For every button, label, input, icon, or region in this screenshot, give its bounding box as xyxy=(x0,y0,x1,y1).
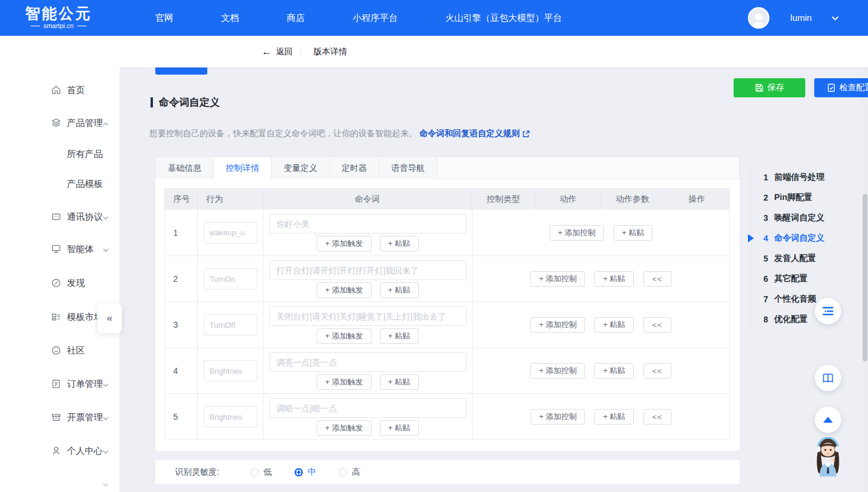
collapse-row-button[interactable]: << xyxy=(643,317,671,333)
sidebar-item-product-templates[interactable]: 产品模板 xyxy=(0,176,119,192)
active-anchor-arrow-icon xyxy=(748,234,754,242)
assistant-avatar[interactable] xyxy=(811,437,845,476)
chevron-down-icon xyxy=(103,244,109,254)
paste-trigger-button[interactable]: + 粘贴 xyxy=(380,374,419,390)
add-control-button[interactable]: + 添加控制 xyxy=(530,271,585,287)
behavior-input[interactable] xyxy=(204,406,257,428)
sidebar-item-discover[interactable]: 发现 xyxy=(0,275,119,291)
open-book-icon xyxy=(822,373,834,383)
nav-link-volcano-engine[interactable]: 火山引擎（豆包大模型）平台 xyxy=(446,0,562,36)
section-heading: 命令词自定义 xyxy=(151,96,220,109)
radio-sensitivity-high[interactable]: 高 xyxy=(339,467,360,478)
sidebar-item-more[interactable] xyxy=(0,476,119,491)
nav-link-store[interactable]: 商店 xyxy=(287,0,305,36)
partial-scrolled-button[interactable] xyxy=(155,67,207,75)
username-label[interactable]: lumin xyxy=(790,0,812,36)
add-trigger-button[interactable]: + 添加触发 xyxy=(317,374,371,390)
sidebar-collapse-button[interactable]: « xyxy=(97,303,122,333)
check-config-button[interactable]: 检查配置 xyxy=(814,78,868,97)
add-control-button[interactable]: + 添加控制 xyxy=(530,409,585,425)
command-words-input[interactable] xyxy=(269,398,467,418)
radio-sensitivity-medium[interactable]: 中 xyxy=(295,467,316,478)
sidebar-item-community[interactable]: 社区 xyxy=(0,343,119,358)
paste-trigger-button[interactable]: + 粘贴 xyxy=(380,420,419,436)
radio-icon[interactable] xyxy=(250,468,259,476)
arrow-up-icon xyxy=(823,417,833,423)
person-icon xyxy=(750,11,767,29)
paste-trigger-button[interactable]: + 粘贴 xyxy=(380,282,419,298)
nav-link-official-site[interactable]: 官网 xyxy=(155,0,173,36)
back-to-top-button[interactable] xyxy=(815,407,841,433)
behavior-input[interactable] xyxy=(204,314,257,336)
anchor-item-pin-config[interactable]: 2 Pin脚配置 xyxy=(752,187,841,208)
command-words-input[interactable] xyxy=(269,214,467,233)
command-words-input[interactable] xyxy=(269,352,467,372)
command-words-input[interactable] xyxy=(269,306,467,326)
save-button[interactable]: 保存 xyxy=(734,78,805,97)
behavior-input[interactable] xyxy=(204,222,257,244)
radio-checked-icon[interactable] xyxy=(295,468,303,476)
anchor-item-other-config[interactable]: 6 其它配置 xyxy=(752,269,841,289)
add-trigger-button[interactable]: + 添加触发 xyxy=(317,420,371,436)
col-action-params: 动作参数 xyxy=(601,189,664,210)
page-scrollbar-thumb[interactable] xyxy=(863,194,867,361)
tab-voice-navigation[interactable]: 语音导航 xyxy=(379,157,437,179)
col-operation: 操作 xyxy=(664,189,729,210)
page-header: ← 返回 版本详情 保存 检查配置 发布版本 xyxy=(119,36,868,67)
anchor-item-wake-word[interactable]: 3 唤醒词自定义 xyxy=(752,208,841,228)
tab-control-detail[interactable]: 控制详情 xyxy=(214,157,272,179)
collapse-row-button[interactable]: << xyxy=(643,363,671,379)
sidebar-item-personal-center[interactable]: 个人中心 xyxy=(0,443,119,459)
user-menu-chevron-down-icon[interactable] xyxy=(832,16,839,20)
sidebar-item-order-management[interactable]: 订单管理 xyxy=(0,376,119,392)
add-trigger-button[interactable]: + 添加触发 xyxy=(317,236,371,251)
anchor-item-frontend-signal[interactable]: 1 前端信号处理 xyxy=(752,167,841,187)
radio-sensitivity-low[interactable]: 低 xyxy=(250,467,272,478)
layers-icon xyxy=(50,117,62,129)
anchor-item-voice-config[interactable]: 5 发音人配置 xyxy=(752,248,841,269)
paste-control-button[interactable]: + 粘贴 xyxy=(594,317,633,333)
behavior-input[interactable] xyxy=(204,360,257,382)
monitor-icon xyxy=(50,243,62,255)
radio-icon[interactable] xyxy=(339,468,347,476)
back-button[interactable]: ← 返回 xyxy=(262,36,293,67)
tab-timer[interactable]: 定时器 xyxy=(330,157,379,179)
tab-basic-info[interactable]: 基础信息 xyxy=(156,157,214,179)
paste-control-button[interactable]: + 粘贴 xyxy=(614,225,652,241)
table-row: 2 + 添加触发 + 粘贴 + 添加控制 + 粘贴 << xyxy=(165,256,729,302)
sidebar-item-all-products[interactable]: 所有产品 xyxy=(0,146,119,162)
paste-control-button[interactable]: + 粘贴 xyxy=(594,271,633,287)
save-icon xyxy=(755,84,763,92)
custom-rules-link[interactable]: 命令词和回复语自定义规则 xyxy=(419,128,530,139)
sidebar-item-communication-protocol[interactable]: 通讯协议 xyxy=(0,209,119,225)
brand-logo[interactable]: 智能公元 smartpi.cn xyxy=(25,5,92,29)
add-control-button[interactable]: + 添加控制 xyxy=(530,363,585,379)
paste-control-button[interactable]: + 粘贴 xyxy=(594,363,633,379)
behavior-input[interactable] xyxy=(204,268,257,290)
sidebar-item-home[interactable]: 首页 xyxy=(0,82,119,98)
collapse-row-button[interactable]: << xyxy=(643,409,671,425)
add-control-button[interactable]: + 添加控制 xyxy=(550,225,604,241)
user-avatar[interactable] xyxy=(748,7,769,29)
paste-trigger-button[interactable]: + 粘贴 xyxy=(380,236,419,251)
header-divider xyxy=(300,47,301,57)
table-row: 1 + 添加触发 + 粘贴 + 添加控制 + 粘贴 xyxy=(165,210,729,256)
docs-book-button[interactable] xyxy=(815,365,841,391)
sidebar-item-agent[interactable]: 智能体 xyxy=(0,241,119,257)
sidebar-item-invoice-management[interactable]: 开票管理 xyxy=(0,410,119,425)
anchor-item-command-words[interactable]: 4 命令词自定义 xyxy=(752,228,841,248)
add-trigger-button[interactable]: + 添加触发 xyxy=(317,282,371,298)
add-trigger-button[interactable]: + 添加触发 xyxy=(317,328,371,344)
nav-link-miniapp-platform[interactable]: 小程序平台 xyxy=(353,0,398,36)
outline-toggle-button[interactable] xyxy=(815,298,841,324)
add-control-button[interactable]: + 添加控制 xyxy=(530,317,585,333)
market-icon xyxy=(50,311,62,323)
sidebar-item-product-management[interactable]: 产品管理 xyxy=(0,115,119,131)
config-tabbar: 基础信息 控制详情 变量定义 定时器 语音导航 xyxy=(155,156,740,179)
paste-trigger-button[interactable]: + 粘贴 xyxy=(380,328,419,344)
command-words-input[interactable] xyxy=(269,260,467,280)
collapse-row-button[interactable]: << xyxy=(643,271,671,287)
paste-control-button[interactable]: + 粘贴 xyxy=(594,409,633,425)
tab-variable-definition[interactable]: 变量定义 xyxy=(272,157,330,179)
nav-link-docs[interactable]: 文档 xyxy=(221,0,239,36)
